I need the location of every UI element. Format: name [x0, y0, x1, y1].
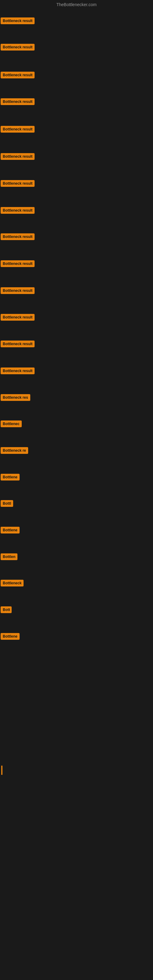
bottleneck-item[interactable]: Bottleneck result — [1, 368, 35, 374]
bottleneck-badge[interactable]: Bottleneck res — [1, 394, 30, 401]
bottleneck-badge[interactable]: Bottleneck result — [1, 126, 35, 133]
bottleneck-badge[interactable]: Bottleneck — [1, 580, 24, 587]
page-wrapper: TheBottlenecker.com Bottleneck resultBot… — [0, 0, 153, 980]
bottleneck-item[interactable]: Bottleneck result — [1, 44, 35, 51]
bottleneck-item[interactable]: Bottlen — [1, 554, 18, 560]
bottleneck-item[interactable]: Bottleneck — [1, 580, 24, 587]
bottleneck-badge[interactable]: Bottlene — [1, 527, 19, 533]
bottleneck-item[interactable]: Bottleneck res — [1, 394, 30, 401]
bottleneck-item[interactable]: Bottlenec — [1, 420, 22, 427]
bottleneck-item[interactable]: Bottleneck result — [1, 72, 35, 78]
bottleneck-badge[interactable]: Bottlene — [1, 474, 19, 480]
bottleneck-badge[interactable]: Bottleneck re — [1, 447, 28, 454]
bottleneck-badge[interactable]: Bottlenec — [1, 420, 22, 427]
bottleneck-badge[interactable]: Bottleneck result — [1, 287, 35, 294]
site-header: TheBottlenecker.com — [0, 0, 153, 9]
bottleneck-item[interactable]: Bottleneck result — [1, 340, 35, 347]
bottleneck-item[interactable]: Bottleneck result — [1, 314, 35, 321]
bottleneck-item[interactable]: Bott — [1, 606, 12, 613]
bottleneck-item[interactable]: Bottleneck result — [1, 153, 35, 160]
bottleneck-item[interactable]: Bottleneck result — [1, 180, 35, 187]
bottleneck-item[interactable]: Bottl — [1, 500, 13, 507]
bottleneck-badge[interactable]: Bottleneck result — [1, 207, 35, 214]
bottleneck-item[interactable]: Bottlene — [1, 474, 19, 480]
bottleneck-item[interactable]: Bottleneck result — [1, 260, 35, 267]
bottleneck-badge[interactable]: Bottlen — [1, 554, 18, 560]
bottleneck-badge[interactable]: Bottl — [1, 500, 13, 507]
bottleneck-item[interactable]: Bottleneck result — [1, 98, 35, 105]
bottleneck-badge[interactable]: Bottleneck result — [1, 180, 35, 187]
bottleneck-badge[interactable]: Bottleneck result — [1, 260, 35, 267]
bottleneck-item[interactable]: Bottleneck re — [1, 447, 28, 454]
bottleneck-item[interactable]: Bottleneck result — [1, 207, 35, 214]
bottleneck-badge[interactable]: Bottleneck result — [1, 233, 35, 240]
bottleneck-badge[interactable]: Bottleneck result — [1, 18, 35, 24]
bottleneck-badge[interactable]: Bottleneck result — [1, 44, 35, 51]
bottleneck-badge[interactable]: Bottleneck result — [1, 153, 35, 160]
bottleneck-item[interactable]: Bottleneck result — [1, 233, 35, 240]
bottleneck-badge[interactable]: Bottleneck result — [1, 340, 35, 347]
bottleneck-item[interactable]: Bottlene — [1, 633, 19, 640]
site-title: TheBottlenecker.com — [56, 2, 97, 7]
bottleneck-item[interactable]: Bottleneck result — [1, 287, 35, 294]
bottleneck-item[interactable]: Bottleneck result — [1, 126, 35, 133]
bottleneck-badge[interactable]: Bottleneck result — [1, 98, 35, 105]
bottleneck-item[interactable]: Bottlene — [1, 527, 19, 533]
bottleneck-badge[interactable]: Bottlene — [1, 633, 19, 640]
bottleneck-badge[interactable]: Bottleneck result — [1, 72, 35, 78]
bottleneck-item[interactable]: Bottleneck result — [1, 18, 35, 24]
bottleneck-badge[interactable]: Bottleneck result — [1, 314, 35, 321]
bottleneck-badge[interactable]: Bott — [1, 606, 12, 613]
small-indicator — [1, 766, 2, 775]
bottleneck-badge[interactable]: Bottleneck result — [1, 368, 35, 374]
